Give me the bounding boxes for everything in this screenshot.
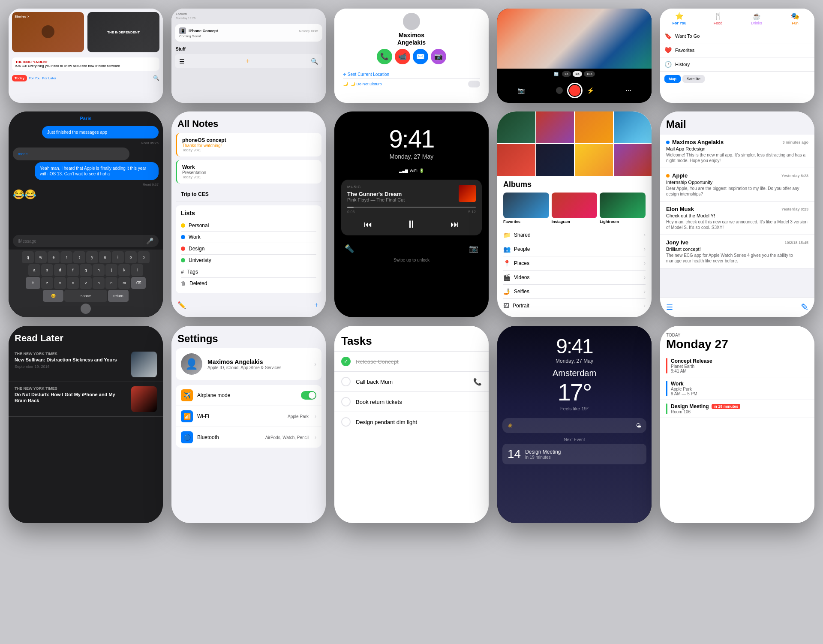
task-3[interactable]: Book return tickets [334, 392, 489, 412]
search-icon[interactable]: 🔍 [153, 75, 159, 81]
tab-drinks[interactable]: ☕ Drinks [737, 9, 776, 29]
key-x[interactable]: x [54, 277, 66, 289]
key-r[interactable]: r [60, 251, 72, 263]
key-emoji[interactable]: 😊 [43, 290, 63, 302]
photo-1[interactable] [497, 111, 535, 143]
new-mail-icon[interactable]: ✎ [801, 302, 808, 313]
key-s[interactable]: s [41, 264, 53, 276]
key-y[interactable]: y [86, 251, 98, 263]
key-k[interactable]: k [118, 264, 130, 276]
music-progress-bar[interactable] [347, 207, 476, 208]
key-a[interactable]: a [28, 264, 40, 276]
key-j[interactable]: j [105, 264, 117, 276]
want-to-go-item[interactable]: 🔖 Want To Go [660, 29, 814, 43]
search-icon2[interactable]: 🔍 [311, 58, 318, 65]
key-g[interactable]: g [80, 264, 92, 276]
mail-item-4[interactable]: Jony Ive 10/2/18 15:45 Brilliant concept… [660, 235, 814, 268]
key-space[interactable]: space [64, 290, 107, 302]
video-button[interactable]: 📹 [395, 49, 410, 64]
selfies-row[interactable]: 🤳 Selfies › [503, 285, 646, 299]
note-item-2[interactable]: Work Presentation Today 9:01 [176, 160, 321, 184]
album-favorites[interactable]: Favorites [503, 193, 549, 224]
story-image-1[interactable]: Stories > [12, 12, 84, 52]
key-delete[interactable]: ⌫ [131, 277, 146, 289]
dnd-action[interactable]: 🌙 🌙 Do Not Disturb [343, 79, 480, 89]
favorites-item[interactable]: ❤️ Favorites [660, 43, 814, 57]
key-c[interactable]: c [67, 277, 79, 289]
camera-rotate-icon[interactable]: 🔄 [554, 72, 559, 76]
history-item[interactable]: 🕐 History [660, 57, 814, 72]
photo-8[interactable] [614, 144, 652, 176]
task-3-check[interactable] [341, 397, 351, 406]
camera-flip-icon[interactable]: 📷 [517, 87, 525, 94]
key-h[interactable]: h [93, 264, 105, 276]
rewind-button[interactable]: ⏮ [364, 220, 372, 229]
fast-forward-button[interactable]: ⏭ [451, 220, 459, 229]
photo-5[interactable] [497, 144, 535, 176]
location-action[interactable]: ✈ Sent Current Location [343, 70, 480, 79]
camera-more-icon[interactable]: ⋯ [625, 87, 631, 94]
list-university[interactable]: Univeristy [181, 255, 316, 266]
key-e[interactable]: e [48, 251, 60, 263]
add-icon[interactable]: ＋ [244, 57, 251, 66]
mail-item-2[interactable]: Apple Yesterday 8:23 Internship Opportun… [660, 168, 814, 202]
key-m[interactable]: m [118, 277, 130, 289]
message-button[interactable]: ✉️ [413, 49, 428, 64]
zoom-1x[interactable]: 1X [562, 71, 571, 77]
people-row[interactable]: 👥 People › [503, 242, 646, 256]
new-note-icon[interactable]: ＋ [313, 301, 320, 310]
shutter-button[interactable] [567, 83, 583, 98]
wifi-row[interactable]: 📶 Wi-Fi Apple Park › [176, 406, 321, 427]
instagram-button[interactable]: 📷 [431, 49, 446, 64]
airplane-mode-row[interactable]: ✈️ Airplane mode [176, 385, 321, 406]
article-2[interactable]: The New York Times Do Not Disturb: How I… [9, 382, 163, 417]
album-lightroom[interactable]: Lightroom [600, 193, 646, 224]
zoom-10x[interactable]: 10X [584, 71, 595, 77]
list-tags[interactable]: # Tags [181, 266, 316, 278]
airplane-toggle[interactable] [301, 391, 316, 400]
play-pause-button[interactable]: ⏸ [406, 218, 417, 230]
tab-today[interactable]: Today [12, 75, 27, 81]
key-l[interactable]: l [131, 264, 143, 276]
camera-icon[interactable]: 📷 [469, 244, 478, 253]
list-design[interactable]: Design [181, 243, 316, 255]
story-image-2[interactable]: THE INDEPENDENT [87, 12, 159, 52]
shared-row[interactable]: 📁 Shared › [503, 228, 646, 242]
key-d[interactable]: d [54, 264, 66, 276]
task-4-check[interactable] [341, 417, 351, 427]
key-n[interactable]: n [105, 277, 117, 289]
album-instagram[interactable]: Instagram [552, 193, 598, 224]
photo-4[interactable] [614, 111, 652, 143]
key-v[interactable]: v [80, 277, 92, 289]
key-z[interactable]: z [41, 277, 53, 289]
call-button[interactable]: 📞 [377, 49, 392, 64]
compose-icon[interactable]: ☰ [666, 303, 673, 312]
tab-forlater[interactable]: For Later [42, 76, 56, 80]
photo-2[interactable] [536, 111, 574, 143]
satellite-label[interactable]: Satellite [682, 75, 705, 83]
dnd-toggle[interactable] [468, 81, 480, 87]
camera-button[interactable] [81, 304, 91, 314]
key-f[interactable]: f [67, 264, 79, 276]
message-input[interactable]: iMessage 🎤 [13, 235, 159, 247]
zoom-2x[interactable]: 2X [573, 71, 582, 77]
note-item-3[interactable]: Trip to CES [176, 187, 321, 202]
cal-event-3[interactable]: Design Meeting in 19 minutes Room 106 [660, 400, 814, 418]
task-1[interactable]: ✓ Release Concept [334, 352, 489, 372]
menu-icon[interactable]: ☰ [179, 58, 185, 65]
places-row[interactable]: 📍 Places › [503, 256, 646, 271]
note-item-1[interactable]: phoneOS concept Thanks for watching! Tod… [176, 133, 321, 156]
cal-event-1[interactable]: Concept Release Planet Earth 9:41 AM [660, 355, 814, 377]
tab-foryou[interactable]: For You [29, 76, 41, 80]
videos-row[interactable]: 🎬 Videos › [503, 271, 646, 285]
tab-food[interactable]: 🍴 Food [699, 9, 737, 29]
photo-3[interactable] [575, 111, 613, 143]
flash-icon[interactable]: ⚡ [587, 87, 594, 94]
mail-item-3[interactable]: Elon Musk Yesterday 8:23 Check out the M… [660, 202, 814, 235]
list-personal[interactable]: Personal [181, 220, 316, 232]
article-1[interactable]: The New York Times New Sullivan: Distrac… [9, 347, 163, 382]
photo-6[interactable] [536, 144, 574, 176]
key-u[interactable]: u [99, 251, 111, 263]
bluetooth-row[interactable]: 🔵 Bluetooth AirPods, Watch, Pencil › [176, 427, 321, 448]
key-w[interactable]: w [35, 251, 47, 263]
